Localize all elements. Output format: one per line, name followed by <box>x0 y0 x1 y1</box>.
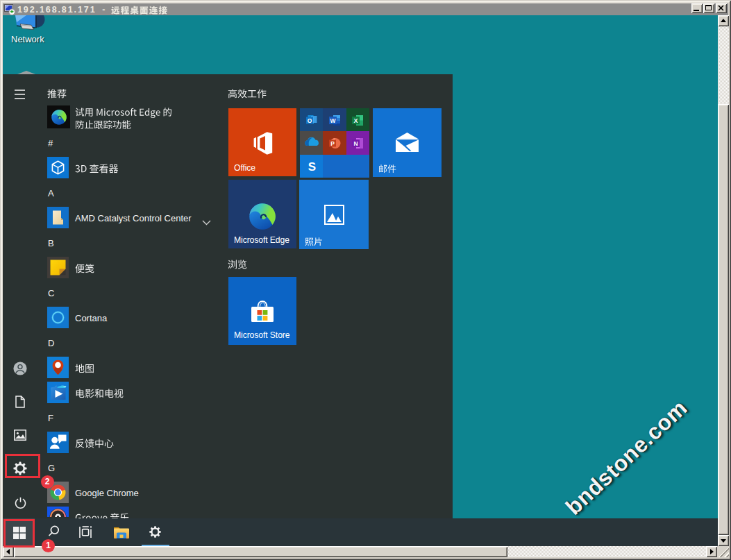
svg-text:P: P <box>330 140 335 147</box>
svg-text:O: O <box>307 117 312 124</box>
svg-text:X: X <box>354 117 358 124</box>
svg-text:N: N <box>354 140 358 147</box>
svg-text:S: S <box>308 160 315 173</box>
svg-text:W: W <box>330 117 336 124</box>
